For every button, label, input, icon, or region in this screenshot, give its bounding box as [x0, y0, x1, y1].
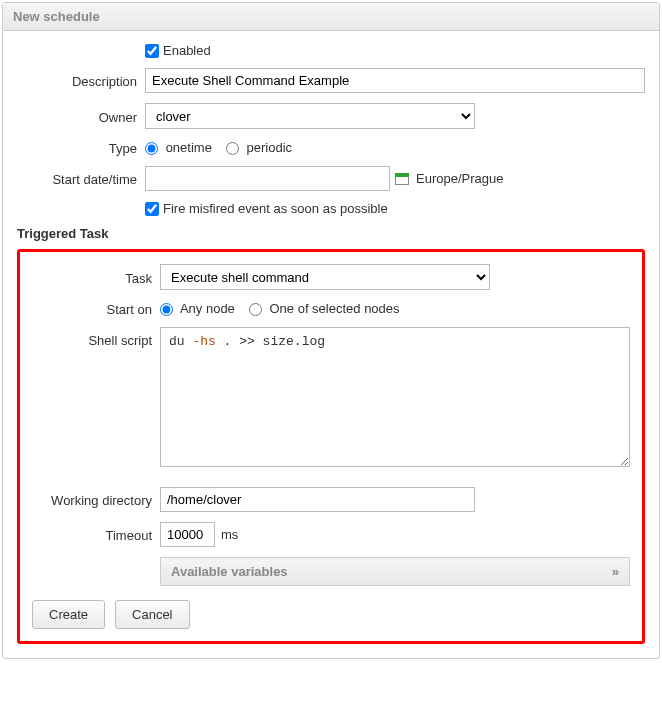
start-on-selected-radio[interactable] — [249, 303, 262, 316]
task-select[interactable]: Execute shell command — [160, 264, 490, 290]
triggered-task-title: Triggered Task — [17, 226, 645, 241]
start-datetime-input[interactable] — [145, 166, 390, 191]
panel-title: New schedule — [3, 3, 659, 31]
timeout-label: Timeout — [32, 526, 160, 543]
shell-script-label: Shell script — [32, 327, 160, 348]
working-directory-label: Working directory — [32, 491, 160, 508]
create-button[interactable]: Create — [32, 600, 105, 629]
available-variables-bar[interactable]: Available variables » — [160, 557, 630, 586]
available-variables-label: Available variables — [171, 564, 288, 579]
chevron-right-icon: » — [612, 564, 619, 579]
owner-select[interactable]: clover — [145, 103, 475, 129]
timeout-input[interactable] — [160, 522, 215, 547]
cancel-button[interactable]: Cancel — [115, 600, 189, 629]
form-body: Enabled Description Owner clover Type — [3, 31, 659, 658]
type-onetime-radio[interactable] — [145, 142, 158, 155]
fire-misfired-label: Fire misfired event as soon as possible — [163, 201, 388, 216]
description-label: Description — [17, 72, 145, 89]
start-on-selected-option[interactable]: One of selected nodes — [249, 301, 400, 316]
type-periodic-option[interactable]: periodic — [226, 140, 292, 155]
fire-misfired-checkbox[interactable] — [145, 202, 159, 216]
calendar-icon[interactable] — [395, 173, 409, 185]
start-on-any-radio[interactable] — [160, 303, 173, 316]
timeout-unit: ms — [221, 527, 238, 542]
triggered-task-section: Task Execute shell command Start on Any … — [17, 249, 645, 644]
start-on-any-option[interactable]: Any node — [160, 301, 235, 316]
start-on-label: Start on — [32, 300, 160, 317]
working-directory-input[interactable] — [160, 487, 475, 512]
enabled-label: Enabled — [163, 43, 211, 58]
timezone-text: Europe/Prague — [416, 171, 503, 186]
shell-script-textarea[interactable]: du -hs . >> size.log — [160, 327, 630, 467]
type-label: Type — [17, 139, 145, 156]
owner-label: Owner — [17, 108, 145, 125]
type-onetime-option[interactable]: onetime — [145, 140, 212, 155]
type-periodic-radio[interactable] — [226, 142, 239, 155]
new-schedule-panel: New schedule Enabled Description Owner c… — [2, 2, 660, 659]
description-input[interactable] — [145, 68, 645, 93]
task-label: Task — [32, 269, 160, 286]
start-datetime-label: Start date/time — [17, 170, 145, 187]
enabled-checkbox[interactable] — [145, 44, 159, 58]
